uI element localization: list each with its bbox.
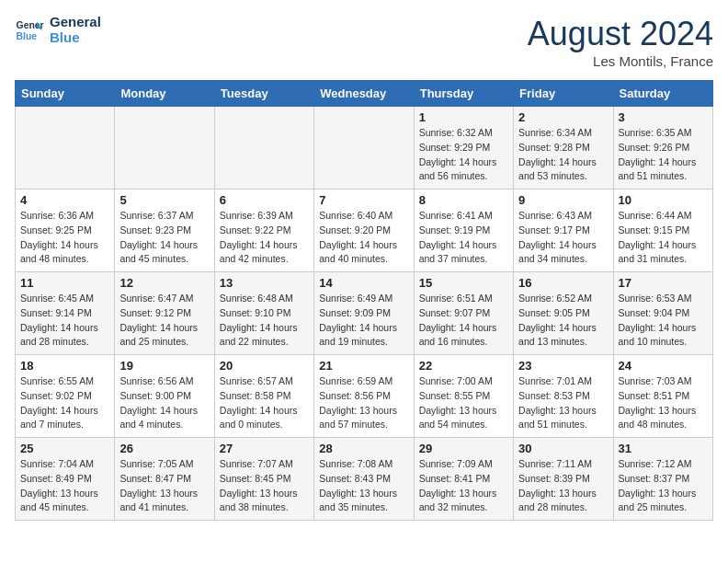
table-row: [16, 107, 115, 190]
table-row: 13Sunrise: 6:48 AMSunset: 9:10 PMDayligh…: [214, 272, 313, 355]
day-number: 28: [319, 442, 408, 455]
table-row: 4Sunrise: 6:36 AMSunset: 9:25 PMDaylight…: [16, 190, 115, 272]
day-number: 12: [119, 276, 209, 290]
day-info: Sunrise: 6:49 AMSunset: 9:09 PMDaylight:…: [319, 292, 408, 350]
day-number: 8: [419, 193, 508, 207]
logo-icon: General Blue: [15, 16, 44, 45]
table-row: 31Sunrise: 7:12 AMSunset: 8:37 PMDayligh…: [613, 438, 712, 521]
table-row: [115, 107, 214, 190]
page-header: General Blue GeneralBlue August 2024 Les…: [15, 15, 713, 69]
table-row: 30Sunrise: 7:11 AMSunset: 8:39 PMDayligh…: [514, 438, 613, 521]
table-row: 19Sunrise: 6:56 AMSunset: 9:00 PMDayligh…: [115, 355, 214, 438]
table-row: 5Sunrise: 6:37 AMSunset: 9:23 PMDaylight…: [115, 190, 214, 272]
table-row: 10Sunrise: 6:44 AMSunset: 9:15 PMDayligh…: [613, 190, 712, 272]
day-number: 30: [518, 442, 608, 455]
day-number: 25: [20, 442, 109, 455]
day-number: 13: [220, 276, 309, 290]
table-row: 9Sunrise: 6:43 AMSunset: 9:17 PMDaylight…: [514, 190, 613, 272]
day-info: Sunrise: 7:04 AMSunset: 8:49 PMDaylight:…: [20, 457, 109, 515]
col-sunday: Sunday: [16, 81, 115, 107]
day-info: Sunrise: 7:00 AMSunset: 8:55 PMDaylight:…: [419, 374, 508, 432]
day-info: Sunrise: 6:45 AMSunset: 9:14 PMDaylight:…: [20, 292, 109, 350]
day-number: 16: [518, 276, 608, 290]
calendar-header-row: Sunday Monday Tuesday Wednesday Thursday…: [16, 81, 713, 107]
table-row: 12Sunrise: 6:47 AMSunset: 9:12 PMDayligh…: [115, 272, 214, 355]
day-number: 7: [319, 193, 408, 207]
table-row: 3Sunrise: 6:35 AMSunset: 9:26 PMDaylight…: [613, 107, 712, 190]
day-info: Sunrise: 6:37 AMSunset: 9:23 PMDaylight:…: [119, 209, 209, 267]
day-info: Sunrise: 6:41 AMSunset: 9:19 PMDaylight:…: [419, 209, 508, 267]
table-row: 24Sunrise: 7:03 AMSunset: 8:51 PMDayligh…: [613, 355, 712, 438]
day-number: 2: [518, 110, 608, 124]
col-wednesday: Wednesday: [314, 81, 414, 107]
day-info: Sunrise: 7:08 AMSunset: 8:43 PMDaylight:…: [319, 457, 408, 515]
col-saturday: Saturday: [613, 81, 712, 107]
day-info: Sunrise: 6:59 AMSunset: 8:56 PMDaylight:…: [319, 374, 408, 432]
calendar-table: Sunday Monday Tuesday Wednesday Thursday…: [15, 80, 713, 521]
day-number: 22: [419, 359, 508, 373]
day-number: 14: [319, 276, 408, 290]
col-monday: Monday: [115, 81, 214, 107]
table-row: 1Sunrise: 6:32 AMSunset: 9:29 PMDaylight…: [414, 107, 513, 190]
svg-text:Blue: Blue: [17, 30, 38, 40]
table-row: 22Sunrise: 7:00 AMSunset: 8:55 PMDayligh…: [414, 355, 513, 438]
day-number: 19: [119, 359, 209, 373]
day-number: 21: [319, 359, 408, 373]
table-row: 20Sunrise: 6:57 AMSunset: 8:58 PMDayligh…: [214, 355, 313, 438]
day-number: 6: [220, 193, 309, 207]
week-row-3: 11Sunrise: 6:45 AMSunset: 9:14 PMDayligh…: [16, 272, 713, 355]
day-info: Sunrise: 7:05 AMSunset: 8:47 PMDaylight:…: [119, 457, 209, 515]
table-row: 8Sunrise: 6:41 AMSunset: 9:19 PMDaylight…: [414, 190, 513, 272]
table-row: 17Sunrise: 6:53 AMSunset: 9:04 PMDayligh…: [613, 272, 712, 355]
day-number: 4: [20, 193, 109, 207]
table-row: 28Sunrise: 7:08 AMSunset: 8:43 PMDayligh…: [314, 438, 414, 521]
day-info: Sunrise: 6:39 AMSunset: 9:22 PMDaylight:…: [220, 209, 309, 267]
col-thursday: Thursday: [414, 81, 513, 107]
day-number: 3: [619, 110, 708, 124]
day-info: Sunrise: 6:51 AMSunset: 9:07 PMDaylight:…: [419, 292, 508, 350]
day-info: Sunrise: 7:12 AMSunset: 8:37 PMDaylight:…: [619, 457, 708, 515]
day-number: 11: [20, 276, 109, 290]
week-row-5: 25Sunrise: 7:04 AMSunset: 8:49 PMDayligh…: [16, 438, 713, 521]
location-subtitle: Les Montils, France: [528, 53, 713, 69]
day-info: Sunrise: 7:07 AMSunset: 8:45 PMDaylight:…: [220, 457, 309, 515]
day-number: 17: [619, 276, 708, 290]
table-row: 11Sunrise: 6:45 AMSunset: 9:14 PMDayligh…: [16, 272, 115, 355]
day-info: Sunrise: 6:40 AMSunset: 9:20 PMDaylight:…: [319, 209, 408, 267]
day-number: 31: [619, 442, 708, 455]
table-row: 21Sunrise: 6:59 AMSunset: 8:56 PMDayligh…: [314, 355, 414, 438]
day-info: Sunrise: 6:44 AMSunset: 9:15 PMDaylight:…: [619, 209, 708, 267]
table-row: 14Sunrise: 6:49 AMSunset: 9:09 PMDayligh…: [314, 272, 414, 355]
week-row-2: 4Sunrise: 6:36 AMSunset: 9:25 PMDaylight…: [16, 190, 713, 272]
table-row: 15Sunrise: 6:51 AMSunset: 9:07 PMDayligh…: [414, 272, 513, 355]
day-number: 15: [419, 276, 508, 290]
week-row-4: 18Sunrise: 6:55 AMSunset: 9:02 PMDayligh…: [16, 355, 713, 438]
day-info: Sunrise: 6:57 AMSunset: 8:58 PMDaylight:…: [220, 374, 309, 432]
col-tuesday: Tuesday: [214, 81, 313, 107]
day-number: 29: [419, 442, 508, 455]
day-info: Sunrise: 7:11 AMSunset: 8:39 PMDaylight:…: [518, 457, 608, 515]
day-info: Sunrise: 6:47 AMSunset: 9:12 PMDaylight:…: [119, 292, 209, 350]
logo: General Blue GeneralBlue: [15, 15, 101, 45]
table-row: 18Sunrise: 6:55 AMSunset: 9:02 PMDayligh…: [16, 355, 115, 438]
table-row: [314, 107, 414, 190]
day-number: 5: [119, 193, 209, 207]
day-info: Sunrise: 6:52 AMSunset: 9:05 PMDaylight:…: [518, 292, 608, 350]
day-number: 23: [518, 359, 608, 373]
table-row: 2Sunrise: 6:34 AMSunset: 9:28 PMDaylight…: [514, 107, 613, 190]
day-number: 18: [20, 359, 109, 373]
day-number: 27: [220, 442, 309, 455]
table-row: 16Sunrise: 6:52 AMSunset: 9:05 PMDayligh…: [514, 272, 613, 355]
day-info: Sunrise: 6:53 AMSunset: 9:04 PMDaylight:…: [619, 292, 708, 350]
week-row-1: 1Sunrise: 6:32 AMSunset: 9:29 PMDaylight…: [16, 107, 713, 190]
day-number: 20: [220, 359, 309, 373]
table-row: 29Sunrise: 7:09 AMSunset: 8:41 PMDayligh…: [414, 438, 513, 521]
svg-text:General: General: [17, 20, 44, 30]
day-info: Sunrise: 6:55 AMSunset: 9:02 PMDaylight:…: [20, 374, 109, 432]
logo-text: GeneralBlue: [50, 15, 101, 45]
day-number: 10: [619, 193, 708, 207]
table-row: 27Sunrise: 7:07 AMSunset: 8:45 PMDayligh…: [214, 438, 313, 521]
table-row: [214, 107, 313, 190]
title-block: August 2024 Les Montils, France: [528, 15, 713, 69]
table-row: 6Sunrise: 6:39 AMSunset: 9:22 PMDaylight…: [214, 190, 313, 272]
